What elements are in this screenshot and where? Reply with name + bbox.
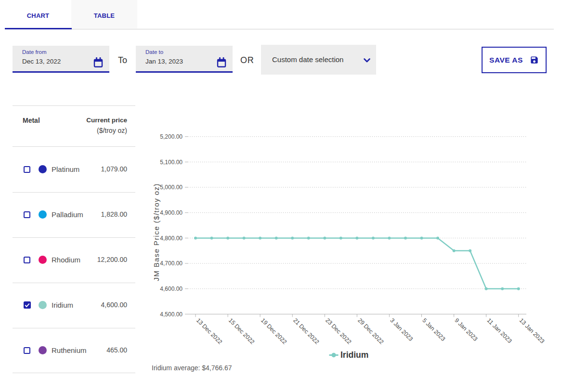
svg-text:13 Dec 2022: 13 Dec 2022 — [195, 317, 223, 345]
svg-text:JM Base Price ($/troy oz): JM Base Price ($/troy oz) — [152, 183, 160, 281]
svg-text:5,100.00: 5,100.00 — [160, 159, 183, 166]
svg-text:Iridium: Iridium — [340, 350, 368, 360]
svg-text:Iridium average: $4,766.67: Iridium average: $4,766.67 — [152, 364, 232, 372]
svg-text:21 Dec 2022: 21 Dec 2022 — [292, 317, 320, 345]
svg-text:11 Jan 2023: 11 Jan 2023 — [485, 317, 513, 344]
svg-text:4,500.00: 4,500.00 — [160, 311, 183, 318]
svg-text:4,700.00: 4,700.00 — [160, 260, 183, 267]
svg-text:3 Jan 2023: 3 Jan 2023 — [389, 317, 414, 342]
svg-text:13 Jan 2023: 13 Jan 2023 — [518, 317, 546, 345]
svg-text:5,000.00: 5,000.00 — [160, 184, 183, 191]
svg-text:5 Jan 2023: 5 Jan 2023 — [421, 317, 446, 342]
svg-text:4,900.00: 4,900.00 — [160, 209, 183, 216]
svg-text:15 Dec 2022: 15 Dec 2022 — [227, 317, 256, 345]
svg-text:29 Dec 2022: 29 Dec 2022 — [356, 317, 385, 345]
svg-text:5,200.00: 5,200.00 — [160, 133, 183, 140]
svg-text:19 Dec 2022: 19 Dec 2022 — [260, 317, 288, 345]
svg-text:4,800.00: 4,800.00 — [160, 235, 183, 242]
svg-text:23 Dec 2022: 23 Dec 2022 — [324, 317, 353, 345]
svg-text:9 Jan 2023: 9 Jan 2023 — [453, 317, 479, 342]
svg-text:4,600.00: 4,600.00 — [160, 286, 183, 292]
